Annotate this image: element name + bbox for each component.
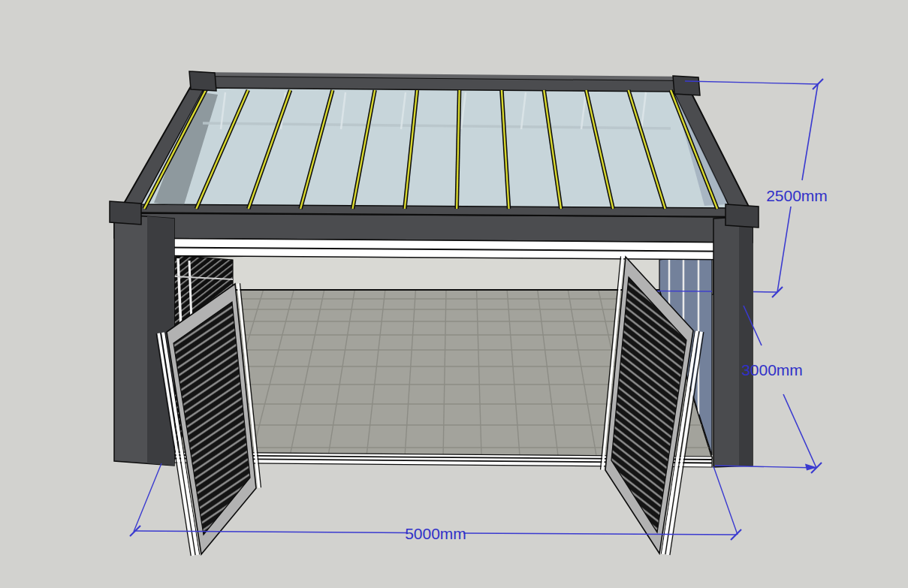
extension-line — [753, 292, 777, 293]
model-viewport[interactable]: 2500mm 3000mm 5000mm — [0, 0, 908, 588]
extension-line — [657, 291, 712, 292]
render-canvas: 2500mm 3000mm 5000mm — [0, 0, 908, 588]
right-column-shade — [739, 216, 753, 466]
roof-corner-cap — [725, 204, 759, 228]
glass-roof[interactable] — [110, 71, 759, 228]
dimension-label-width[interactable]: 5000mm — [405, 525, 466, 542]
roof-glass — [141, 88, 730, 208]
roof-corner-cap — [189, 71, 216, 91]
dimension-label-depth[interactable]: 3000mm — [741, 361, 803, 378]
dimension-label-height[interactable]: 2500mm — [766, 187, 828, 204]
roof-corner-cap — [673, 76, 700, 95]
roof-corner-cap — [110, 201, 141, 225]
front-beam[interactable] — [114, 213, 753, 260]
